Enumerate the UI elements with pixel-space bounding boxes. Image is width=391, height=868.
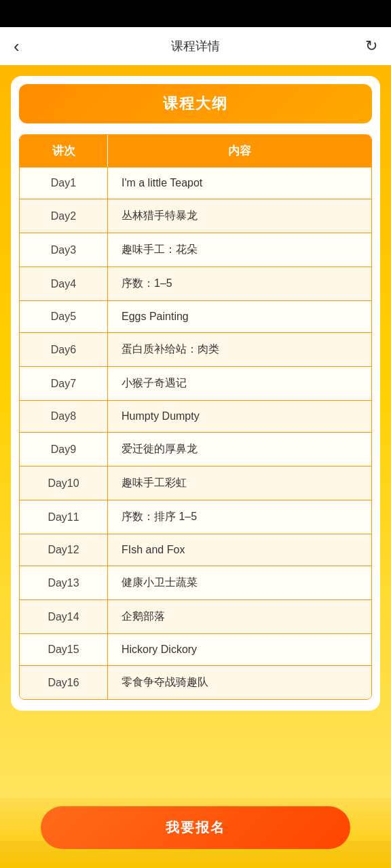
table-row: Day7小猴子奇遇记: [20, 366, 371, 400]
col-day-header: 讲次: [20, 135, 108, 167]
content-cell: 爱迁徙的厚鼻龙: [108, 433, 371, 466]
day-cell: Day7: [20, 367, 108, 400]
table-body: Day1I'm a little TeapotDay2丛林猎手特暴龙Day3趣味…: [20, 167, 371, 699]
content-cell: Hickory Dickory: [108, 634, 371, 665]
content-cell: 蛋白质补给站：肉类: [108, 333, 371, 366]
day-cell: Day9: [20, 433, 108, 466]
table-row: Day5Eggs Painting: [20, 300, 371, 332]
table-row: Day4序数：1–5: [20, 267, 371, 300]
day-cell: Day11: [20, 500, 108, 534]
table-row: Day8Humpty Dumpty: [20, 400, 371, 432]
outline-header: 课程大纲: [19, 84, 372, 123]
outline-card: 课程大纲 讲次 内容 Day1I'm a little TeapotDay2丛林…: [11, 76, 380, 711]
back-button[interactable]: ‹: [14, 36, 41, 57]
course-table: 讲次 内容 Day1I'm a little TeapotDay2丛林猎手特暴龙…: [19, 134, 372, 700]
col-content-header: 内容: [108, 135, 371, 167]
table-row: Day1I'm a little Teapot: [20, 167, 371, 199]
day-cell: Day8: [20, 401, 108, 432]
table-row: Day13健康小卫士蔬菜: [20, 566, 371, 599]
day-cell: Day15: [20, 634, 108, 665]
content-cell: I'm a little Teapot: [108, 167, 371, 199]
status-bar: [0, 0, 391, 27]
content-cell: 企鹅部落: [108, 600, 371, 633]
content-cell: Eggs Painting: [108, 301, 371, 332]
day-cell: Day1: [20, 167, 108, 199]
refresh-button[interactable]: ↻: [350, 37, 377, 55]
table-row: Day10趣味手工彩虹: [20, 466, 371, 500]
day-cell: Day4: [20, 267, 108, 300]
content-cell: 趣味手工：花朵: [108, 233, 371, 267]
register-button[interactable]: 我要报名: [41, 806, 350, 849]
day-cell: Day6: [20, 333, 108, 366]
table-row: Day11序数：排序 1–5: [20, 500, 371, 534]
outline-title: 课程大纲: [163, 95, 228, 112]
content-cell: 趣味手工彩虹: [108, 467, 371, 500]
day-cell: Day2: [20, 199, 108, 233]
content-cell: 小猴子奇遇记: [108, 367, 371, 400]
table-row: Day6蛋白质补给站：肉类: [20, 332, 371, 366]
nav-bar: ‹ 课程详情 ↻: [0, 27, 391, 65]
day-cell: Day10: [20, 467, 108, 500]
content-cell: 健康小卫士蔬菜: [108, 566, 371, 599]
day-cell: Day14: [20, 600, 108, 633]
content-cell: Humpty Dumpty: [108, 401, 371, 432]
register-btn-bar: 我要报名: [0, 798, 391, 868]
day-cell: Day3: [20, 233, 108, 267]
table-row: Day16零食争夺战骑趣队: [20, 665, 371, 699]
page-title: 课程详情: [171, 38, 220, 54]
table-row: Day15Hickory Dickory: [20, 633, 371, 665]
table-row: Day14企鹅部落: [20, 599, 371, 633]
day-cell: Day13: [20, 566, 108, 599]
page-content: 课程大纲 讲次 内容 Day1I'm a little TeapotDay2丛林…: [0, 65, 391, 841]
content-cell: 丛林猎手特暴龙: [108, 199, 371, 233]
content-cell: 序数：1–5: [108, 267, 371, 300]
content-cell: 零食争夺战骑趣队: [108, 666, 371, 699]
table-row: Day12FIsh and Fox: [20, 534, 371, 566]
day-cell: Day5: [20, 301, 108, 332]
day-cell: Day16: [20, 666, 108, 699]
content-cell: 序数：排序 1–5: [108, 500, 371, 534]
table-row: Day2丛林猎手特暴龙: [20, 199, 371, 233]
content-cell: FIsh and Fox: [108, 534, 371, 566]
table-row: Day9爱迁徙的厚鼻龙: [20, 432, 371, 466]
table-row: Day3趣味手工：花朵: [20, 233, 371, 267]
day-cell: Day12: [20, 534, 108, 566]
table-header: 讲次 内容: [20, 135, 371, 167]
